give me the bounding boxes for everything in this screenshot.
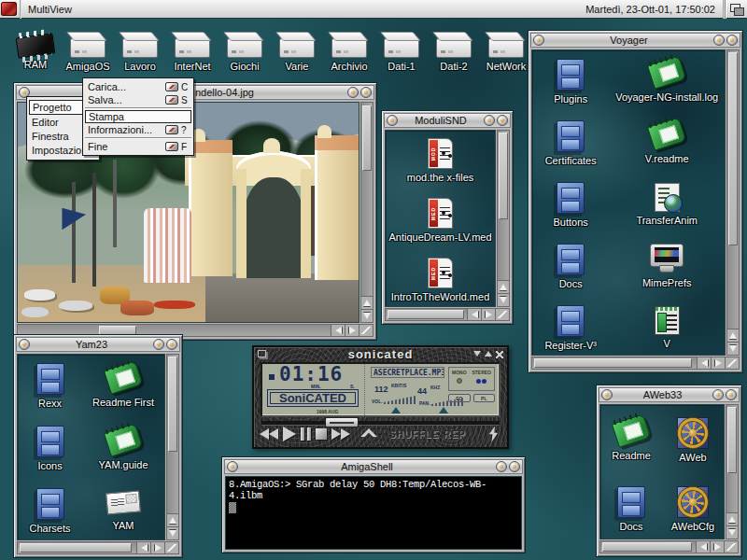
desktop-icon-dati-2[interactable]: Dati-2 <box>428 28 480 72</box>
desktop-icon-archivio[interactable]: Archivio <box>323 28 375 72</box>
desktop-icon-dati-1[interactable]: Dati-1 <box>375 28 428 72</box>
scroll-up-button[interactable] <box>167 513 178 526</box>
close-gadget-icon[interactable] <box>601 389 613 400</box>
close-gadget-icon[interactable] <box>19 339 30 350</box>
desktop-icon-varie[interactable]: Varie <box>271 28 323 72</box>
desktop-icon-network[interactable]: NetWork <box>480 28 532 72</box>
voyager-item-mimeprefs[interactable]: MimePrefs <box>609 235 725 297</box>
aweb-item-readme[interactable]: Readme <box>600 405 662 474</box>
scroll-right-button[interactable] <box>345 325 359 336</box>
modulisnd-item-mod-the-x-files[interactable]: MOD mod.the x-files <box>386 131 495 190</box>
vscroll-knob[interactable] <box>499 133 508 219</box>
scroll-down-button[interactable] <box>726 525 738 539</box>
close-gadget-icon[interactable] <box>387 115 398 126</box>
menu-item-fine[interactable]: Fine F <box>85 140 191 153</box>
zoom-gadget-icon[interactable] <box>347 87 359 98</box>
hscroll-knob[interactable] <box>388 310 464 319</box>
voyager-item-transferanim[interactable]: TransferAnim <box>609 174 725 235</box>
resize-gadget-icon[interactable] <box>495 309 509 320</box>
scroll-up-button[interactable] <box>726 512 738 525</box>
scroll-right-button[interactable] <box>710 541 724 553</box>
menu-item-carica[interactable]: Carica... C <box>85 80 191 93</box>
menu-item-stampa[interactable]: Stampa <box>85 110 191 123</box>
desktop-icon-ram[interactable]: RAM <box>9 28 62 72</box>
vscroll-knob[interactable] <box>728 52 738 245</box>
vscroll-knob[interactable] <box>362 105 372 171</box>
eject-button-icon[interactable] <box>360 428 377 440</box>
screen-depth-gadget-icon[interactable] <box>725 0 747 19</box>
zoom-gadget-icon[interactable] <box>496 461 507 472</box>
modulisnd-item-introtothworld[interactable]: MED IntroToTheWorld.med <box>386 250 495 307</box>
zoom-gadget-icon[interactable] <box>153 339 164 350</box>
repeat-button[interactable]: REP <box>444 429 466 440</box>
modulisnd-titlebar[interactable]: ModuliSND <box>384 113 511 128</box>
modulisnd-item-antiquedream[interactable]: MED AntiqueDream-LV.med <box>386 190 495 250</box>
resize-gadget-icon[interactable] <box>725 357 739 369</box>
player-maximize-icon[interactable] <box>485 351 492 357</box>
yam23-titlebar[interactable]: Yam23 <box>16 337 180 352</box>
zoom-gadget-icon[interactable] <box>712 389 724 400</box>
scroll-down-button[interactable] <box>727 342 739 355</box>
resize-gadget-icon[interactable] <box>164 542 178 553</box>
horizontal-scrollbar[interactable] <box>17 541 179 554</box>
yam-item-charsets[interactable]: Charsets <box>18 480 82 540</box>
yam-item-icons[interactable]: Icons <box>18 417 82 480</box>
aweb33-titlebar[interactable]: AWeb33 <box>599 387 740 402</box>
volume-slider-marker[interactable] <box>391 407 401 413</box>
desktop-icon-amigaos[interactable]: AmigaOS <box>62 28 114 72</box>
scroll-up-button[interactable] <box>498 280 509 293</box>
amigashell-titlebar[interactable]: AmigaShell <box>224 459 523 474</box>
depth-gadget-icon[interactable] <box>166 339 177 350</box>
desktop-icon-internet[interactable]: InterNet <box>166 28 218 72</box>
player-minimize-icon[interactable] <box>473 351 481 357</box>
scroll-up-button[interactable] <box>727 329 739 342</box>
close-gadget-icon[interactable] <box>533 35 544 46</box>
desktop-icon-lavoro[interactable]: Lavoro <box>114 28 166 72</box>
voyager-item-buttons[interactable]: Buttons <box>532 174 609 235</box>
voyager-item-docs[interactable]: Docs <box>532 235 609 297</box>
vertical-scrollbar[interactable] <box>360 102 374 323</box>
horizontal-scrollbar[interactable] <box>599 540 739 553</box>
voyager-titlebar[interactable]: Voyager <box>530 33 740 48</box>
aweb-item-docs[interactable]: Docs <box>600 474 662 539</box>
eq-button[interactable]: EQ <box>448 394 471 402</box>
voyager-item-certificates[interactable]: Certificates <box>532 112 609 174</box>
zoom-gadget-icon[interactable] <box>713 35 725 46</box>
horizontal-scrollbar[interactable] <box>531 357 740 370</box>
vertical-scrollbar[interactable] <box>497 130 510 307</box>
next-button-icon[interactable] <box>331 428 350 440</box>
scroll-down-button[interactable] <box>498 293 509 306</box>
resize-gadget-icon[interactable] <box>724 541 738 553</box>
resize-gadget-icon[interactable] <box>359 325 373 336</box>
vscroll-knob[interactable] <box>727 407 737 473</box>
player-brand[interactable]: sonicated <box>254 347 507 361</box>
vertical-scrollbar[interactable] <box>726 404 739 539</box>
depth-gadget-icon[interactable] <box>360 87 372 98</box>
scroll-left-button[interactable] <box>331 325 345 336</box>
scroll-left-button[interactable] <box>697 357 711 369</box>
depth-gadget-icon[interactable] <box>509 461 520 472</box>
depth-gadget-icon[interactable] <box>497 115 508 126</box>
pause-button-icon[interactable] <box>301 427 311 441</box>
shuffle-button[interactable]: SHUFFLE <box>389 429 439 440</box>
close-gadget-icon[interactable] <box>227 461 238 472</box>
scroll-right-button[interactable] <box>481 309 495 320</box>
menu-item-salva[interactable]: Salva... S <box>85 93 191 106</box>
depth-gadget-icon[interactable] <box>726 35 738 46</box>
depth-gadget-icon[interactable] <box>726 389 737 400</box>
player-close-icon[interactable] <box>496 351 503 358</box>
scroll-left-button[interactable] <box>696 541 710 553</box>
yam-item-readme-first[interactable]: Readme First <box>82 355 164 417</box>
stop-button-icon[interactable] <box>316 428 327 440</box>
lightning-button-icon[interactable] <box>487 427 500 442</box>
screen-titlebar[interactable]: MultiView Martedì, 23-Ott-01, 17:50:02 <box>0 0 747 19</box>
yam-item-yam[interactable]: YAM <box>82 480 164 540</box>
scroll-left-button[interactable] <box>136 542 150 553</box>
scroll-down-button[interactable] <box>361 309 373 322</box>
hscroll-knob[interactable] <box>534 358 692 368</box>
zoom-gadget-icon[interactable] <box>484 115 495 126</box>
hscroll-knob[interactable] <box>602 542 692 552</box>
playlist-button[interactable]: PL <box>473 394 496 402</box>
voyager-item-plugins[interactable]: Plugins <box>532 50 609 112</box>
menu-item-informazioni[interactable]: Informazioni... ? <box>85 123 191 136</box>
